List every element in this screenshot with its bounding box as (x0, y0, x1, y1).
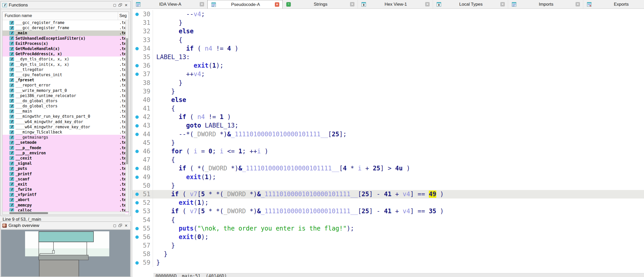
breakpoint-gutter[interactable] (132, 27, 142, 36)
pseudocode-view[interactable]: 30 --v4;31 }32 else33 {34 if ( n4 != 4 )… (132, 9, 644, 273)
function-row[interactable]: f__dyn_tls_dtor(x, x, x).text (3, 57, 129, 62)
code-line[interactable]: 55 puts("\nok, the order you enter is th… (132, 224, 644, 233)
graph-overview-canvas[interactable] (1, 230, 130, 276)
breakpoint-gutter[interactable] (132, 181, 142, 190)
function-row[interactable]: fGetModuleHandleA(x).text (3, 46, 129, 51)
function-row[interactable]: f___report_error.text (3, 83, 129, 88)
code-text[interactable]: puts("\nok, the order you enter is the f… (153, 224, 354, 233)
code-line[interactable]: 42 if ( n4 != 1 ) (132, 113, 644, 121)
breakpoint-gutter[interactable] (132, 19, 142, 27)
code-line[interactable]: 30 --v4; (132, 10, 644, 19)
function-row[interactable]: f____w64_mingwthr_remove_key_dtor.text (3, 124, 129, 130)
function-row[interactable]: f___p__environ.text (3, 151, 129, 156)
code-line[interactable]: 53 if ( v7[5 * *(_DWORD *)&_111101000010… (132, 207, 644, 216)
breakpoint-gutter[interactable] (132, 53, 142, 61)
tab-ida-view-a[interactable]: IDA View-A✕ (132, 0, 207, 9)
column-function-name[interactable]: Function name (5, 13, 32, 18)
tab-local-types[interactable]: 0Local Types✕ (433, 0, 508, 9)
breakpoint-dot-icon[interactable] (135, 167, 139, 170)
code-text[interactable]: { (153, 104, 175, 113)
function-row[interactable]: fExitProcess(x).text (3, 41, 129, 46)
code-line[interactable]: 44 --*(_DWORD *)&_1111010000101000010111… (132, 130, 644, 139)
code-text[interactable]: else (153, 96, 186, 104)
code-line[interactable]: 48 if ( *(_DWORD *)&_1111010000101000010… (132, 164, 644, 173)
code-text[interactable]: exit(1); (153, 61, 223, 70)
function-row[interactable]: f___main.text (3, 109, 129, 114)
breakpoint-dot-icon[interactable] (135, 235, 139, 239)
code-text[interactable]: exit(1); (153, 199, 208, 207)
code-text[interactable]: } (153, 139, 175, 147)
code-text[interactable]: } (153, 87, 175, 96)
function-row[interactable]: f___getmainargs.text (3, 135, 129, 140)
close-icon[interactable]: ✕ (123, 3, 129, 8)
code-text[interactable]: } (153, 250, 167, 258)
function-row[interactable]: f_memcpy.text (3, 203, 129, 208)
code-text[interactable]: exit(1); (153, 173, 216, 181)
float-window-icon[interactable] (118, 3, 123, 8)
column-segment[interactable]: Seg (119, 13, 127, 18)
tab-hex-view-1[interactable]: 0Hex View-1✕ (358, 0, 433, 9)
code-text[interactable]: { (153, 36, 182, 44)
function-row[interactable]: f__cexit.text (3, 156, 129, 161)
code-line[interactable]: 35LABEL_13: (132, 53, 644, 61)
function-row[interactable]: f_fpreset.text (3, 77, 129, 83)
function-row[interactable]: f____w64_mingwthr_add_key_dtor.text (3, 119, 129, 124)
function-row[interactable]: f___do_global_dtors.text (3, 98, 129, 104)
breakpoint-gutter[interactable] (132, 173, 142, 181)
code-text[interactable]: } (153, 241, 175, 250)
function-row[interactable]: fGetProcAddress(x, x).text (3, 51, 129, 57)
column-divider[interactable] (118, 12, 118, 20)
function-row[interactable]: f___do_global_ctors.text (3, 104, 129, 109)
breakpoint-dot-icon[interactable] (135, 124, 139, 128)
function-row[interactable]: f___gcc_deregister_frame.text (3, 25, 129, 30)
function-row[interactable]: f___tlregdtor.text (3, 67, 129, 72)
code-text[interactable]: { (153, 156, 175, 164)
code-text[interactable]: if ( v7[5 * *(_DWORD *)&_111101000010100… (153, 190, 444, 199)
function-row[interactable]: f__pei386_runtime_relocator.text (3, 93, 129, 98)
breakpoint-gutter[interactable] (132, 70, 142, 78)
breakpoint-gutter[interactable] (132, 190, 142, 199)
code-text[interactable]: if ( n4 != 1 ) (153, 113, 231, 121)
function-row[interactable]: f_fwrite.text (3, 187, 129, 192)
breakpoint-gutter[interactable] (132, 156, 142, 164)
functions-titlebar[interactable]: f Functions ▢ ✕ (1, 1, 130, 9)
function-row[interactable]: f_puts.text (3, 166, 129, 171)
function-row[interactable]: f_scanf.text (3, 177, 129, 182)
code-text[interactable]: if ( v7[5 * *(_DWORD *)&_111101000010100… (153, 207, 444, 216)
tab-exports[interactable]: Exports✕ (583, 0, 644, 9)
code-line[interactable]: 43 goto LABEL_13; (132, 121, 644, 130)
breakpoint-dot-icon[interactable] (135, 64, 139, 67)
breakpoint-gutter[interactable] (132, 139, 142, 147)
function-row[interactable]: f_exit.text (3, 182, 129, 187)
code-text[interactable]: else (153, 27, 194, 36)
code-line[interactable]: 52 exit(1); (132, 199, 644, 207)
breakpoint-dot-icon[interactable] (135, 201, 139, 204)
function-row[interactable]: fSetUnhandledExceptionFilter(x).text (3, 36, 129, 41)
code-text[interactable]: } (153, 79, 182, 87)
breakpoint-gutter[interactable] (132, 233, 142, 241)
breakpoint-gutter[interactable] (132, 104, 142, 113)
function-row[interactable]: f___gcc_register_frame.text (3, 20, 129, 25)
function-row[interactable]: f_vfprintf.text (3, 192, 129, 197)
scrollbar-thumb[interactable] (126, 38, 128, 164)
breakpoint-dot-icon[interactable] (135, 176, 139, 179)
function-row[interactable]: f_printf.text (3, 171, 129, 176)
code-line[interactable]: 31 } (132, 19, 644, 27)
breakpoint-dot-icon[interactable] (135, 150, 139, 153)
close-tab-icon[interactable]: ✕ (500, 2, 505, 6)
code-text[interactable]: goto LABEL_13; (153, 121, 238, 130)
breakpoint-gutter[interactable] (132, 87, 142, 96)
breakpoint-gutter[interactable] (132, 44, 142, 53)
breakpoint-gutter[interactable] (132, 10, 142, 19)
tab-imports[interactable]: Imports✕ (508, 0, 583, 9)
breakpoint-dot-icon[interactable] (135, 73, 139, 76)
graph-overview-titlebar[interactable]: Graph overview ▢ ✕ (1, 222, 130, 229)
code-line[interactable]: 37 ++v4; (132, 70, 644, 78)
close-tab-icon[interactable]: ✕ (200, 2, 204, 6)
breakpoint-gutter[interactable] (132, 216, 142, 224)
breakpoint-gutter[interactable] (132, 258, 142, 267)
code-text[interactable]: ++v4; (153, 70, 205, 78)
functions-horizontal-scrollbar[interactable] (3, 211, 125, 215)
close-tab-icon[interactable]: ✕ (576, 2, 580, 6)
code-line[interactable]: 32 else (132, 27, 644, 36)
